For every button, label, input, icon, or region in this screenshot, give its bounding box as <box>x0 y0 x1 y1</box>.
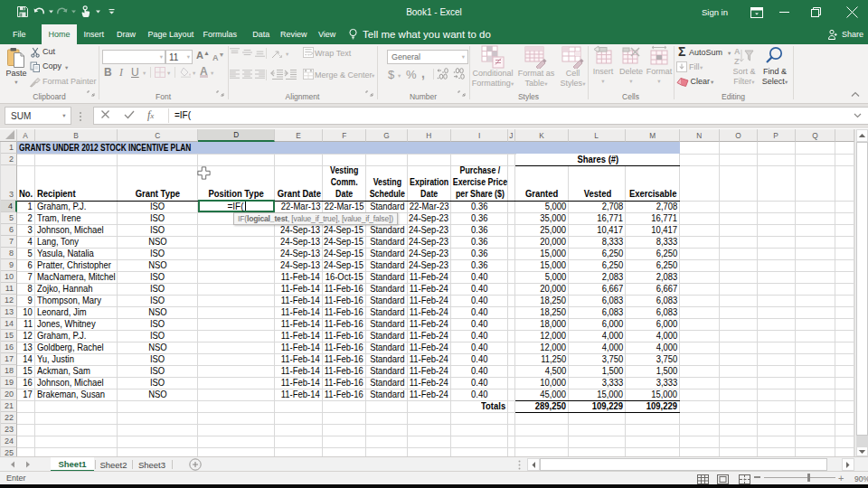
data-cell[interactable]: 11-Feb-16 <box>323 295 366 305</box>
data-cell[interactable]: 6,250 <box>626 248 680 258</box>
data-cell[interactable]: 11-Feb-24 <box>408 318 451 329</box>
data-cell[interactable]: 22-Mar-13 <box>275 201 323 211</box>
data-cell[interactable]: Standard <box>366 353 408 364</box>
zoom-in-icon[interactable]: + <box>838 474 845 482</box>
data-cell[interactable]: 2,708 <box>569 201 626 211</box>
customize-qat-icon[interactable] <box>102 2 120 22</box>
italic-button[interactable]: I <box>119 66 123 80</box>
touch-mode-icon[interactable] <box>78 2 93 22</box>
restore-icon[interactable] <box>799 0 832 24</box>
data-cell[interactable]: 5,000 <box>515 201 569 211</box>
enter-entry-icon[interactable] <box>124 110 135 119</box>
underline-button[interactable]: U <box>131 66 139 79</box>
grow-font-icon[interactable]: A▲ <box>196 50 210 61</box>
row-header-15[interactable]: 15 <box>0 330 17 342</box>
data-cell[interactable]: 11-Feb-16 <box>323 306 366 317</box>
column-header-M[interactable]: M <box>626 129 680 142</box>
column-header-D[interactable]: D <box>198 129 275 142</box>
align-center-icon[interactable] <box>242 70 252 79</box>
number-format-combo[interactable]: General ▾ <box>387 50 468 64</box>
format-cells-button[interactable]: Format ▾ <box>646 45 673 85</box>
data-cell[interactable]: 11-Feb-14 <box>275 389 323 399</box>
data-cell[interactable]: Standard <box>366 330 408 341</box>
row-header-14[interactable]: 14 <box>0 318 17 330</box>
data-cell[interactable]: 22-Mar-23 <box>408 201 451 211</box>
vertical-scroll-thumb[interactable] <box>856 142 868 436</box>
data-cell[interactable]: 11-Feb-24 <box>408 342 451 352</box>
data-cell[interactable]: 24-Sep-15 <box>323 248 366 258</box>
data-cell[interactable]: Yasula, Natalia <box>35 248 118 258</box>
data-cell[interactable]: 7 <box>17 271 35 282</box>
scroll-right-icon[interactable] <box>842 458 854 471</box>
row-header-6[interactable]: 6 <box>0 224 17 236</box>
data-cell[interactable]: 11-Feb-24 <box>408 295 451 305</box>
data-cell[interactable]: 6,083 <box>626 295 680 305</box>
data-cell[interactable]: 11-Feb-16 <box>323 283 366 294</box>
data-cell[interactable]: 0.40 <box>451 365 508 376</box>
data-cell[interactable]: 0.36 <box>451 259 508 270</box>
vertical-scrollbar[interactable] <box>854 129 868 456</box>
data-cell[interactable]: 11-Feb-24 <box>408 365 451 376</box>
vertical-scroll-track[interactable] <box>856 436 868 446</box>
collapse-ribbon-icon[interactable] <box>851 91 860 98</box>
data-cell[interactable]: Graham, P.J. <box>35 201 118 211</box>
scroll-down-icon[interactable] <box>856 446 868 456</box>
row-header-24[interactable]: 24 <box>0 436 17 447</box>
align-left-icon[interactable] <box>230 70 240 79</box>
data-cell[interactable]: 11-Feb-16 <box>323 342 366 352</box>
data-cell[interactable]: 0.40 <box>451 271 508 282</box>
data-cell[interactable]: 11,250 <box>515 353 569 364</box>
data-cell[interactable]: 6,083 <box>626 306 680 317</box>
data-cell[interactable]: 0.40 <box>451 318 508 329</box>
data-cell[interactable]: 4 <box>17 236 35 247</box>
data-cell[interactable]: ISO <box>118 353 198 364</box>
header-cell[interactable]: ExpirationDate <box>408 165 451 201</box>
data-cell[interactable]: ISO <box>118 283 198 294</box>
insert-cells-button[interactable]: Insert ▾ <box>590 45 617 85</box>
data-cell[interactable]: 15,000 <box>626 389 680 399</box>
clipboard-dialog-launcher-icon[interactable] <box>87 90 96 99</box>
totals-value-cell[interactable]: 109,229 <box>569 400 626 411</box>
data-cell[interactable]: Graham, P.J. <box>35 330 118 341</box>
row-header-17[interactable]: 17 <box>0 353 17 365</box>
column-header-A[interactable]: A <box>17 129 35 142</box>
data-cell[interactable]: 0.40 <box>451 306 508 317</box>
editing-cell-D4[interactable]: =IF( <box>198 200 275 212</box>
data-cell[interactable]: 6,250 <box>569 259 626 270</box>
data-cell[interactable]: 0.40 <box>451 342 508 352</box>
increase-decimal-icon[interactable] <box>437 68 449 80</box>
merge-center-dropdown-icon[interactable]: ▾ <box>372 72 374 80</box>
data-cell[interactable]: Standard <box>366 271 408 282</box>
data-cell[interactable]: 11-Feb-16 <box>323 365 366 376</box>
tab-home[interactable]: Home <box>42 24 77 44</box>
data-cell[interactable]: 2 <box>17 212 35 223</box>
data-cell[interactable]: ISO <box>118 377 198 388</box>
data-cell[interactable]: 11-Feb-14 <box>275 353 323 364</box>
data-cell[interactable]: ISO <box>118 365 198 376</box>
data-cell[interactable]: 11-Feb-14 <box>275 306 323 317</box>
data-cell[interactable]: 13 <box>17 342 35 352</box>
data-cell[interactable]: 6,083 <box>569 295 626 305</box>
borders-dropdown-icon[interactable]: ▾ <box>167 70 170 77</box>
fill-color-icon[interactable] <box>180 67 192 78</box>
data-cell[interactable]: 15 <box>17 365 35 376</box>
data-cell[interactable]: Johnson, Michael <box>35 377 118 388</box>
data-cell[interactable]: 11-Feb-14 <box>275 342 323 352</box>
data-cell[interactable]: NSO <box>118 259 198 270</box>
data-cell[interactable]: 16,771 <box>626 212 680 223</box>
fill-button[interactable]: Fill <box>689 62 700 71</box>
share-button[interactable]: Share <box>827 24 863 44</box>
prev-sheet-icon[interactable] <box>10 461 17 468</box>
font-color-icon[interactable]: A <box>200 65 208 78</box>
header-cell[interactable]: Grant Type <box>118 165 198 201</box>
data-cell[interactable]: 11-Feb-14 <box>275 377 323 388</box>
data-cell[interactable]: 4,500 <box>515 365 569 376</box>
data-cell[interactable]: 12,000 <box>515 330 569 341</box>
data-cell[interactable]: Standard <box>366 224 408 235</box>
row-header-18[interactable]: 18 <box>0 365 17 377</box>
row-header-11[interactable]: 11 <box>0 283 17 295</box>
data-cell[interactable]: Jones, Whitney <box>35 318 118 329</box>
copy-dropdown-icon[interactable]: ▾ <box>65 64 68 71</box>
row-header-10[interactable]: 10 <box>0 271 17 283</box>
data-cell[interactable]: 24-Sep-15 <box>323 224 366 235</box>
